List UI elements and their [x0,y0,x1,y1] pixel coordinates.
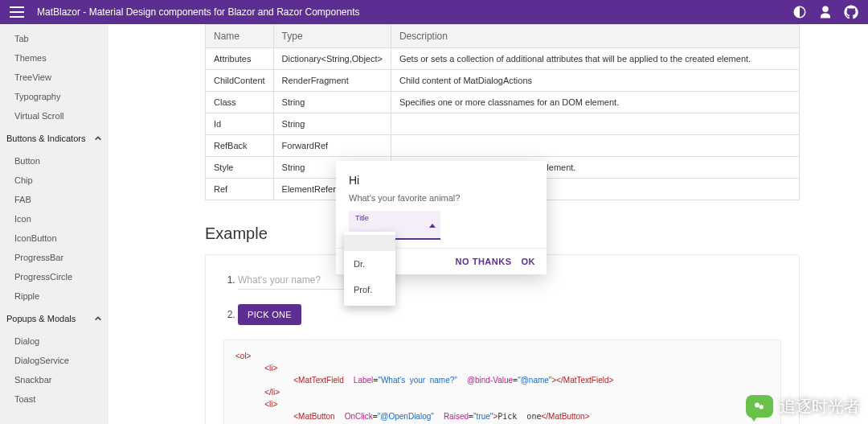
sidebar-item[interactable]: Typography [0,87,108,106]
github-icon[interactable] [844,5,858,19]
svg-point-1 [760,405,764,409]
table-row: IdString [206,113,800,135]
contrast-icon[interactable] [792,5,807,19]
sidebar-item[interactable]: Tab [0,29,108,48]
table-row: ChildContentRenderFragmentChild content … [206,70,800,92]
sidebar-item[interactable]: ProgressCircle [0,267,108,286]
sidebar-item[interactable]: Button [0,151,108,171]
sidebar-item[interactable]: Themes [0,48,108,68]
sidebar-item[interactable]: Toast [0,389,108,409]
menu-item-empty[interactable] [344,235,395,251]
app-title: MatBlazor - Material Design components f… [37,6,360,18]
menu-item-dr[interactable]: Dr. [344,251,395,277]
sidebar-item[interactable]: DialogService [0,351,108,370]
menu-toggle[interactable] [10,6,24,18]
account-icon[interactable] [818,5,833,19]
table-row: AttributesDictionary<String,Object>Gets … [206,48,800,70]
table-row: RefBackForwardRef [206,135,800,157]
sidebar-item[interactable]: Chip [0,171,108,190]
dialog-question: What's your favorite animal? [349,193,534,203]
code-block: <ol> <li> <MatTextField Label="What's yo… [223,340,781,424]
pick-one-button[interactable]: PICK ONE [238,304,301,325]
sidebar-item[interactable]: Icon [0,209,108,228]
svg-point-0 [755,403,760,408]
wechat-icon [746,395,773,418]
sidebar-item[interactable]: TreeView [0,68,108,87]
chevron-up-icon [429,224,436,228]
sidebar-item[interactable]: Ripple [0,286,108,306]
table-row: ClassStringSpecifies one or more classna… [206,92,800,113]
sidebar-item[interactable]: ProgressBar [0,248,108,267]
select-label: Title [355,214,369,222]
menu-item-prof[interactable]: Prof. [344,277,395,303]
sidebar-header-popups[interactable]: Popups & Modals [0,306,108,331]
sidebar-item[interactable]: Snackbar [0,370,108,389]
sidebar-item[interactable]: Dialog [0,331,108,351]
sidebar: TabThemesTreeViewTypographyVirtual Scrol… [0,24,108,424]
watermark: 追逐时光者 [746,395,860,418]
dialog-title: Hi [349,174,534,187]
sidebar-header-buttons[interactable]: Buttons & Indicators [0,126,108,151]
no-thanks-button[interactable]: NO THANKS [456,257,512,266]
sidebar-item[interactable]: Virtual Scroll [0,106,108,126]
example-card: PICK ONE <ol> <li> <MatTextField Label="… [205,254,800,424]
ok-button[interactable]: OK [522,257,536,266]
sidebar-item[interactable]: IconButton [0,228,108,248]
sidebar-item[interactable]: FAB [0,190,108,209]
select-menu: Dr. Prof. [344,232,395,306]
